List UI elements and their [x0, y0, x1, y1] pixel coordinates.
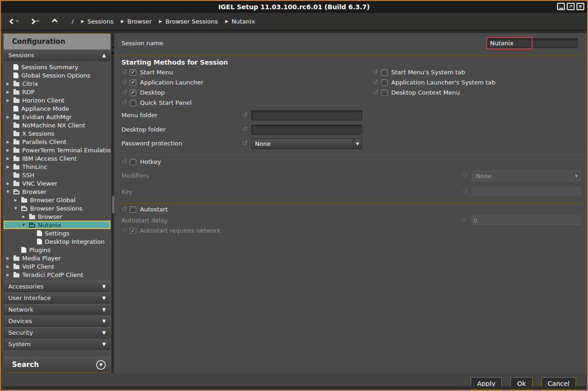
- breadcrumb-item-nutanix[interactable]: ▶Nutanix: [225, 18, 255, 25]
- modifiers-dropdown: None ▼: [472, 171, 581, 181]
- reset-icon[interactable]: ↺: [242, 126, 250, 133]
- section-system[interactable]: System▼: [4, 338, 110, 350]
- tree-item-ibm-iaccess-client[interactable]: ▶IBM iAccess Client: [4, 154, 110, 162]
- reset-icon[interactable]: ↺: [121, 79, 130, 86]
- tree-item-browser-global[interactable]: ▶Browser Global: [4, 196, 110, 204]
- tree-item-nutanix[interactable]: ▼Nutanix: [4, 221, 110, 229]
- reset-icon[interactable]: ↺: [121, 69, 130, 76]
- tree-item-appliance-mode[interactable]: Appliance Mode: [4, 104, 110, 113]
- tree-item-vnc-viewer[interactable]: ▶VNC Viewer: [4, 179, 110, 187]
- reset-icon[interactable]: ↺: [121, 99, 130, 106]
- search-label: Search: [12, 361, 96, 369]
- chevron-right-icon[interactable]: ▶: [6, 140, 13, 144]
- dropdown-arrow-icon[interactable]: ▼: [353, 139, 362, 149]
- chevron-down-icon[interactable]: ▼: [6, 190, 13, 194]
- reset-icon[interactable]: ↺: [373, 79, 381, 86]
- reset-icon[interactable]: ↺: [373, 89, 381, 96]
- application-launcher-s-system-tab-checkbox[interactable]: [381, 79, 388, 86]
- tree-item-sessions-summary[interactable]: Sessions Summary: [4, 63, 110, 71]
- up-button[interactable]: [50, 18, 60, 25]
- tree-item-plugins[interactable]: Plugins: [4, 246, 110, 254]
- autostart-checkbox[interactable]: [130, 206, 136, 213]
- reset-icon[interactable]: ↺: [373, 69, 381, 76]
- tree-item-horizon-client[interactable]: ▶Horizon Client: [4, 96, 110, 104]
- reset-icon[interactable]: ↺: [121, 89, 130, 96]
- section-devices[interactable]: Devices▼: [4, 315, 110, 327]
- chevron-right-icon[interactable]: ▶: [22, 215, 29, 219]
- tree-item-browser-sessions[interactable]: ▼Browser Sessions: [4, 204, 110, 212]
- forward-button[interactable]: [28, 18, 42, 25]
- chevron-right-icon[interactable]: ▶: [6, 90, 13, 94]
- triangle-right-icon: ▶: [225, 19, 228, 24]
- tree-item-teradici-pcoip-client[interactable]: ▶Teradici PCoIP Client: [4, 271, 110, 279]
- tree-item-nomachine-nx-client[interactable]: NoMachine NX Client: [4, 121, 110, 129]
- start-menu-checkbox[interactable]: ✓: [130, 69, 136, 76]
- tree-item-browser[interactable]: ▼Browser: [4, 187, 110, 196]
- chevron-right-icon[interactable]: ▶: [6, 98, 13, 102]
- title-bar: IGEL Setup 11.03.100.rc6.01 (Build 6.3.7…: [1, 1, 587, 13]
- reset-icon[interactable]: ↺: [121, 206, 130, 213]
- tree-item-global-session-options[interactable]: Global Session Options: [4, 71, 110, 79]
- tree-item-x-sessions[interactable]: X Sessions: [4, 129, 110, 138]
- chevron-right-icon[interactable]: ▶: [6, 273, 13, 277]
- tree-item-label: Global Session Options: [21, 72, 91, 79]
- section-security[interactable]: Security▼: [4, 327, 110, 338]
- tree-item-citrix[interactable]: ▶Citrix: [4, 79, 110, 88]
- chevron-right-icon[interactable]: ▶: [6, 115, 13, 119]
- tree-item-media-player[interactable]: ▶Media Player: [4, 254, 110, 262]
- chevron-right-icon[interactable]: ▶: [6, 165, 13, 169]
- menu-folder-input[interactable]: [251, 110, 362, 120]
- chevron-right-icon[interactable]: ▶: [6, 256, 13, 260]
- breadcrumb-item-browser[interactable]: ▶Browser: [121, 18, 152, 25]
- session-name-input[interactable]: [487, 38, 578, 48]
- breadcrumb-item-browser-sessions[interactable]: ▶Browser Sessions: [159, 18, 218, 25]
- chevron-right-icon[interactable]: ▶: [14, 198, 21, 202]
- start-menu-s-system-tab-checkbox[interactable]: [381, 69, 388, 76]
- search-expand-icon[interactable]: ▼: [96, 360, 106, 370]
- desktop-folder-input[interactable]: [251, 125, 362, 135]
- chevron-down-icon[interactable]: ▼: [22, 223, 29, 227]
- chevron-down-icon[interactable]: ▼: [14, 206, 21, 211]
- breadcrumb-item-sessions[interactable]: ▶Sessions: [81, 18, 113, 25]
- chevron-right-icon[interactable]: ▶: [6, 82, 13, 86]
- close-icon[interactable]: ×: [576, 3, 584, 10]
- tree-item-label: Browser Global: [30, 197, 75, 204]
- section-sessions[interactable]: Sessions ▲: [4, 49, 110, 61]
- tree-item-parallels-client[interactable]: ▶Parallels Client: [4, 138, 110, 146]
- tree-item-desktop-integration[interactable]: Desktop Integration: [4, 237, 110, 246]
- desktop-context-menu-checkbox[interactable]: [381, 90, 388, 96]
- hotkey-checkbox[interactable]: [130, 159, 136, 165]
- tree-item-rdp[interactable]: ▶RDP: [4, 88, 110, 96]
- checkbox-label: Desktop Context Menu: [391, 89, 460, 96]
- reset-icon[interactable]: ↺: [242, 112, 250, 119]
- section-accessories[interactable]: Accessories▼: [4, 281, 110, 292]
- back-button[interactable]: [7, 18, 21, 25]
- desktop-checkbox[interactable]: ✓: [130, 90, 136, 96]
- chevron-right-icon[interactable]: ▶: [6, 265, 13, 269]
- tree-item-evidian-authmgr[interactable]: ▶Evidian AuthMgr: [4, 113, 110, 121]
- tree-item-powerterm-terminal-emulation[interactable]: ▶PowerTerm Terminal Emulation: [4, 146, 110, 154]
- application-launcher-checkbox[interactable]: ✓: [130, 79, 136, 86]
- section-label: Accessories: [8, 283, 102, 290]
- tree-item-browser[interactable]: ▶Browser: [4, 212, 110, 221]
- tree-item-settings[interactable]: Settings: [4, 229, 110, 237]
- chevron-right-icon[interactable]: ▶: [6, 156, 13, 161]
- section-user-interface[interactable]: User Interface▼: [4, 292, 110, 304]
- reset-icon[interactable]: ↺: [121, 158, 130, 165]
- triangle-right-icon: ▶: [121, 19, 124, 24]
- minimize-icon[interactable]: [557, 3, 565, 10]
- password-protection-dropdown[interactable]: None ▼: [251, 138, 362, 149]
- search-bar[interactable]: Search ▼: [4, 357, 110, 372]
- maximize-icon[interactable]: ↗: [567, 3, 575, 10]
- tree-item-ssh[interactable]: SSH: [4, 171, 110, 179]
- tree-item-voip-client[interactable]: ▶VoIP Client: [4, 262, 110, 271]
- quick-start-panel-checkbox[interactable]: [130, 100, 136, 106]
- folder-icon: [13, 157, 19, 161]
- reset-icon[interactable]: ↺: [242, 140, 250, 147]
- breadcrumb-item-label: Nutanix: [231, 18, 255, 25]
- chevron-right-icon[interactable]: ▶: [6, 148, 13, 152]
- chevron-right-icon[interactable]: ▶: [6, 181, 13, 186]
- section-network[interactable]: Network▼: [4, 304, 110, 315]
- tree-item-thinlinc[interactable]: ▶ThinLinc: [4, 162, 110, 171]
- breadcrumb-item-label: Browser: [127, 18, 152, 25]
